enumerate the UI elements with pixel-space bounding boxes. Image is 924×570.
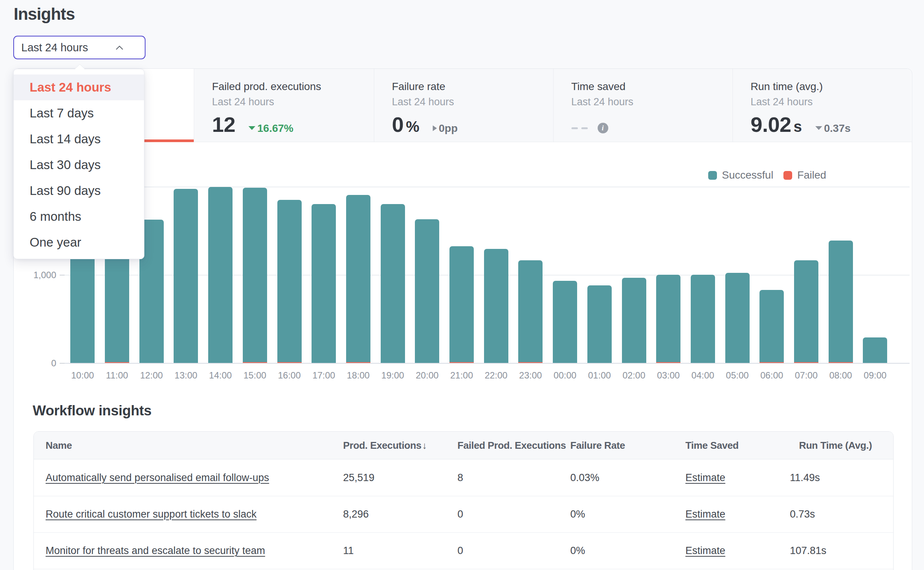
chevron-up-icon bbox=[116, 46, 123, 50]
info-icon: i bbox=[598, 123, 608, 133]
bar-1800 bbox=[346, 195, 370, 363]
x-axis-label: 06:00 bbox=[753, 370, 791, 381]
x-axis-label: 05:00 bbox=[718, 370, 756, 381]
cell-failure-rate: 0.03% bbox=[570, 460, 600, 496]
x-axis-label: 10:00 bbox=[63, 370, 101, 381]
cell-name: Monitor for threats and escalate to secu… bbox=[46, 533, 265, 569]
bar-1600 bbox=[277, 200, 302, 363]
bar-0900 bbox=[863, 337, 887, 363]
table-row: Monitor for threats and escalate to secu… bbox=[34, 533, 893, 569]
cell-failed-prod-executions: 8 bbox=[457, 460, 463, 496]
y-axis-label: 0 bbox=[11, 358, 56, 369]
bar-0800 bbox=[829, 241, 853, 363]
menu-item-last-30-days[interactable]: Last 30 days bbox=[14, 152, 144, 178]
time-range-menu: Last 24 hoursLast 7 daysLast 14 daysLast… bbox=[13, 69, 144, 259]
bar-1500 bbox=[243, 188, 267, 363]
summary-tab-value-row: i bbox=[571, 112, 729, 136]
legend-swatch-successful bbox=[708, 171, 717, 180]
cell-time-saved: Estimate bbox=[685, 496, 725, 532]
x-axis-line bbox=[65, 363, 910, 364]
summary-tab-value-row: 0%0pp bbox=[392, 112, 549, 137]
cell-failure-rate: 0% bbox=[570, 496, 585, 532]
summary-tab-subtitle: Last 24 hours bbox=[392, 95, 549, 108]
cell-failure-rate: 0% bbox=[570, 533, 585, 569]
bar-0000 bbox=[553, 281, 577, 363]
cell-time-saved: Estimate bbox=[685, 533, 725, 569]
summary-tab-value: 12 bbox=[212, 112, 235, 137]
x-axis-label: 23:00 bbox=[511, 370, 549, 381]
bar-0500 bbox=[725, 273, 750, 363]
summary-tab-content: Run time (avg.)Last 24 hours9.02s0.37s bbox=[751, 80, 908, 137]
x-axis-label: 15:00 bbox=[236, 370, 274, 381]
x-axis-label: 08:00 bbox=[822, 370, 860, 381]
bar-2200 bbox=[484, 249, 508, 363]
gridline-2000 bbox=[65, 187, 910, 187]
x-axis-label: 14:00 bbox=[201, 370, 239, 381]
bar-0600 bbox=[759, 290, 784, 363]
column-header-time-saved[interactable]: Time Saved bbox=[685, 432, 739, 459]
column-header-run-time-avg-[interactable]: Run Time (Avg.) bbox=[799, 432, 872, 459]
column-header-failure-rate[interactable]: Failure Rate bbox=[570, 432, 625, 459]
chart-legend: SuccessfulFailed bbox=[708, 170, 826, 180]
bar-1100 bbox=[105, 246, 129, 363]
summary-tab-failed-prod-executions[interactable]: Failed prod. executionsLast 24 hours1216… bbox=[194, 69, 374, 142]
trend-value: 16.67% bbox=[257, 122, 293, 134]
workflow-link[interactable]: Automatically send personalised email fo… bbox=[46, 472, 269, 484]
y-tick-0 bbox=[60, 363, 65, 364]
estimate-link[interactable]: Estimate bbox=[685, 545, 725, 557]
dash bbox=[581, 127, 588, 129]
x-axis-label: 11:00 bbox=[98, 370, 136, 381]
menu-item-last-24-hours[interactable]: Last 24 hours bbox=[14, 74, 144, 100]
estimate-link[interactable]: Estimate bbox=[685, 472, 725, 484]
cell-time-saved: Estimate bbox=[685, 460, 725, 496]
menu-item-one-year[interactable]: One year bbox=[14, 230, 144, 255]
summary-tab-time-saved[interactable]: Time savedLast 24 hoursi bbox=[553, 69, 733, 142]
cell-name: Automatically send personalised email fo… bbox=[46, 460, 269, 496]
trend-indicator: 0.37s bbox=[815, 122, 851, 135]
y-axis-label: 1,000 bbox=[11, 269, 56, 281]
x-axis-label: 20:00 bbox=[408, 370, 446, 381]
menu-item-6-months[interactable]: 6 months bbox=[14, 204, 144, 230]
x-axis-label: 12:00 bbox=[133, 370, 171, 381]
trend-value: 0pp bbox=[439, 122, 458, 134]
bar-1300 bbox=[174, 189, 198, 363]
menu-item-last-7-days[interactable]: Last 7 days bbox=[14, 100, 144, 126]
legend-label: Successful bbox=[722, 169, 773, 181]
time-range-selected-label: Last 24 hours bbox=[21, 41, 116, 54]
menu-item-last-90-days[interactable]: Last 90 days bbox=[14, 178, 144, 204]
cell-prod-executions: 25,519 bbox=[343, 460, 375, 496]
estimate-link[interactable]: Estimate bbox=[685, 508, 725, 520]
summary-tab-value: 9.02 bbox=[751, 112, 791, 137]
summary-tab-unit: s bbox=[794, 118, 802, 135]
summary-tab-subtitle: Last 24 hours bbox=[751, 95, 908, 108]
bar-0400 bbox=[691, 275, 715, 363]
cell-run-time: 11.49s bbox=[790, 460, 820, 496]
x-axis-label: 00:00 bbox=[546, 370, 584, 381]
bar-2300 bbox=[518, 260, 543, 363]
cell-failed-prod-executions: 0 bbox=[457, 533, 463, 569]
summary-tab-run-time-avg[interactable]: Run time (avg.)Last 24 hours9.02s0.37s bbox=[733, 69, 912, 142]
x-axis-label: 22:00 bbox=[477, 370, 515, 381]
menu-item-last-14-days[interactable]: Last 14 days bbox=[14, 126, 144, 152]
column-header-failed-prod-executions[interactable]: Failed Prod. Executions bbox=[457, 432, 566, 459]
workflow-link[interactable]: Route critical customer support tickets … bbox=[46, 508, 256, 520]
cell-failed-prod-executions: 0 bbox=[457, 496, 463, 532]
y-tick-1000 bbox=[60, 275, 65, 276]
summary-tab-value-row: 9.02s0.37s bbox=[751, 112, 908, 137]
summary-tab-failure-rate[interactable]: Failure rateLast 24 hours0%0pp bbox=[374, 69, 553, 142]
summary-tab-title: Failure rate bbox=[392, 80, 549, 93]
x-axis-label: 17:00 bbox=[305, 370, 343, 381]
bar-1900 bbox=[381, 204, 405, 363]
x-axis-label: 02:00 bbox=[615, 370, 653, 381]
bar-0100 bbox=[587, 285, 612, 363]
bar-0200 bbox=[622, 278, 646, 363]
summary-tab-content: Failed prod. executionsLast 24 hours1216… bbox=[212, 80, 370, 137]
time-range-select[interactable]: Last 24 hours bbox=[13, 36, 146, 59]
sort-desc-icon: ↓ bbox=[422, 440, 427, 451]
bar-0300 bbox=[656, 275, 680, 363]
workflow-link[interactable]: Monitor for threats and escalate to secu… bbox=[46, 545, 265, 557]
summary-tab-title: Run time (avg.) bbox=[751, 80, 908, 93]
column-header-name[interactable]: Name bbox=[46, 432, 72, 459]
column-header-prod-executions[interactable]: Prod. Executions↓ bbox=[343, 432, 427, 459]
summary-tab-subtitle: Last 24 hours bbox=[212, 95, 370, 108]
